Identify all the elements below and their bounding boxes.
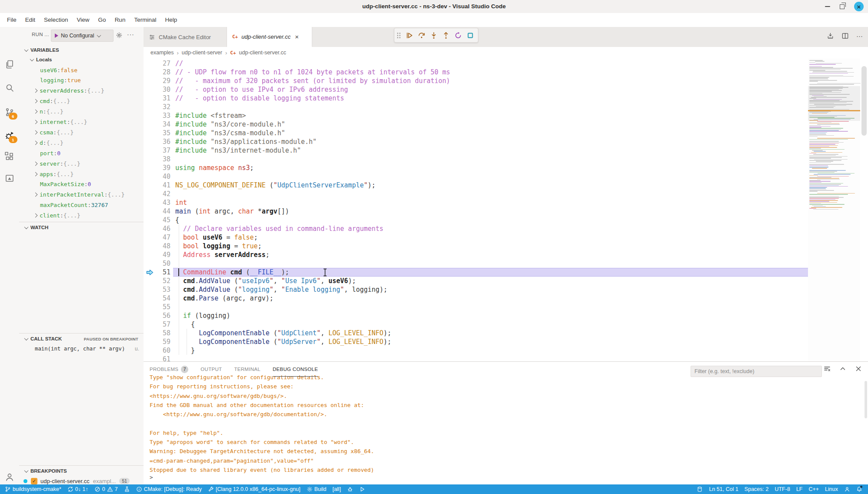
status-eol[interactable]: LF (793, 484, 806, 494)
watch-section-header[interactable]: WATCH (19, 222, 144, 233)
status-ctest[interactable] (121, 484, 133, 494)
code-line-47[interactable]: bool useV6 = false; (175, 233, 258, 242)
tab-udp-client-server[interactable]: C+ udp-client-server.cc × (227, 27, 312, 47)
toolbar-drag-handle[interactable] (397, 33, 401, 38)
breadcrumb-file[interactable]: udp-client-server.cc (239, 50, 286, 56)
menu-edit[interactable]: Edit (21, 13, 40, 27)
call-stack-frame[interactable]: main(int argc, char ** argv) u. (19, 344, 144, 354)
line-number[interactable]: 55 (144, 303, 170, 311)
step-into-button[interactable] (429, 31, 438, 40)
status-kit[interactable]: [Clang 12.0.0 x86_64-pc-linux-gnu] (205, 484, 304, 494)
line-number[interactable]: 31 (144, 94, 170, 103)
line-number[interactable]: 27 (144, 59, 170, 68)
status-language[interactable]: C++ (805, 484, 822, 494)
step-out-button[interactable] (441, 31, 450, 40)
menu-view[interactable]: View (73, 13, 94, 27)
line-number[interactable]: 48 (144, 242, 170, 250)
line-number[interactable]: 37 (144, 146, 170, 155)
code-line-30[interactable]: // - option to use IPv4 or IPv6 addressi… (175, 85, 348, 94)
views-more-actions[interactable]: ··· (127, 31, 134, 38)
menu-help[interactable]: Help (160, 13, 181, 27)
panel-tab-output[interactable]: OUTPUT (200, 362, 222, 377)
code-line-29[interactable]: // - maximum of 320 packets sent (or lim… (175, 77, 450, 85)
status-db[interactable] (694, 484, 706, 494)
status-cursor-position[interactable]: Ln 51, Col 1 (706, 484, 741, 494)
continue-button[interactable] (405, 31, 414, 40)
line-number[interactable]: 30 (144, 85, 170, 94)
status-debug-target[interactable] (344, 484, 356, 494)
variable-row-interPacketInterval[interactable]: interPacketInterval: {...} (19, 190, 144, 200)
menu-selection[interactable]: Selection (40, 13, 73, 27)
search-icon[interactable] (4, 83, 15, 93)
start-debug-icon[interactable] (55, 33, 58, 38)
panel-scrollbar[interactable] (865, 381, 867, 418)
line-number[interactable]: 38 (144, 155, 170, 164)
more-actions-icon[interactable]: ··· (856, 32, 863, 40)
variable-row-apps[interactable]: apps: {...} (19, 169, 144, 179)
line-number[interactable]: 46 (144, 224, 170, 233)
line-number[interactable]: 42 (144, 190, 170, 198)
console-prompt[interactable]: > (150, 474, 153, 481)
line-number[interactable]: 36 (144, 137, 170, 146)
code-line-53[interactable]: cmd.AddValue ("logging", "Enable logging… (175, 285, 387, 294)
line-number[interactable]: 50 (144, 259, 170, 268)
variable-row-logging[interactable]: logging: true (19, 75, 144, 86)
run-and-debug-icon[interactable]: 1 (4, 130, 15, 141)
line-number[interactable]: 52 (144, 277, 170, 285)
code-line-58[interactable]: LogComponentEnable ("UdpClient", LOG_LEV… (175, 329, 391, 337)
line-number[interactable]: 59 (144, 337, 170, 346)
locals-scope-header[interactable]: Locals (19, 54, 144, 65)
menu-file[interactable]: File (3, 13, 21, 27)
line-number[interactable]: 54 (144, 294, 170, 303)
explorer-icon[interactable] (4, 59, 15, 70)
line-number[interactable]: 28 (144, 68, 170, 77)
code-editor[interactable]: 2728293031323334353637383940414243444546… (144, 58, 868, 361)
call-stack-section-header[interactable]: CALL STACK PAUSED ON BREAKPOINT (19, 334, 144, 344)
status-sync[interactable]: 0↓ 1↑ (64, 484, 91, 494)
status-cmake-status[interactable]: CMake: [Debug]: Ready (133, 484, 205, 494)
line-number[interactable]: 44 (144, 207, 170, 216)
panel-tab-terminal[interactable]: TERMINAL (234, 362, 260, 377)
minimap-slider[interactable] (808, 86, 860, 121)
line-number[interactable]: 58 (144, 329, 170, 337)
code-line-37[interactable]: #include "ns3/internet-module.h" (175, 146, 301, 155)
code-line-34[interactable]: #include "ns3/core-module.h" (175, 120, 285, 129)
variable-row-d[interactable]: d: {...} (19, 137, 144, 148)
code-line-45[interactable]: { (175, 216, 179, 224)
close-icon[interactable]: × (854, 2, 864, 11)
code-line-39[interactable]: using namespace ns3; (175, 164, 254, 172)
status-feedback[interactable] (841, 484, 853, 494)
variable-row-useV6[interactable]: useV6: false (19, 65, 144, 75)
code-line-36[interactable]: #include "ns3/applications-module.h" (175, 137, 317, 146)
split-editor-icon[interactable] (841, 32, 849, 40)
code-line-35[interactable]: #include "ns3/csma-module.h" (175, 129, 285, 137)
scrollbar-thumb[interactable] (861, 66, 867, 136)
panel-tab-problems[interactable]: PROBLEMS7 (150, 362, 188, 377)
code-line-43[interactable]: int (175, 198, 187, 207)
line-number[interactable]: 47 (144, 233, 170, 242)
editor-scrollbar[interactable] (860, 58, 868, 361)
status-build-target[interactable]: [all] (329, 484, 344, 494)
stop-button[interactable] (466, 31, 474, 40)
status-problems[interactable]: 07 (91, 484, 121, 494)
close-panel-icon[interactable] (855, 365, 862, 372)
variables-section-header[interactable]: VARIABLES (19, 45, 144, 55)
status-encoding[interactable]: UTF-8 (771, 484, 793, 494)
restore-icon[interactable] (840, 4, 845, 9)
line-number[interactable]: 34 (144, 120, 170, 129)
line-number[interactable]: 33 (144, 111, 170, 120)
line-number[interactable]: 41 (144, 181, 170, 190)
code-line-52[interactable]: cmd.AddValue ("useIpv6", "Use Ipv6", use… (175, 277, 356, 285)
code-line-41[interactable]: NS_LOG_COMPONENT_DEFINE ("UdpClientServe… (175, 181, 376, 190)
variable-row-maxPacketCount[interactable]: maxPacketCount: 32767 (19, 200, 144, 210)
code-line-60[interactable]: } (175, 346, 195, 355)
menu-go[interactable]: Go (94, 13, 110, 27)
status-branch[interactable]: buildsystem-cmake* (2, 484, 64, 494)
code-line-59[interactable]: LogComponentEnable ("UdpServer", LOG_LEV… (175, 337, 391, 346)
code-line-27[interactable]: // (175, 59, 183, 68)
code-line-48[interactable]: bool logging = true; (175, 242, 262, 250)
line-number[interactable]: 56 (144, 311, 170, 320)
restart-button[interactable] (454, 31, 462, 40)
variable-row-port[interactable]: port: 0 (19, 148, 144, 158)
code-line-44[interactable]: main (int argc, char *argv[]) (175, 207, 289, 216)
